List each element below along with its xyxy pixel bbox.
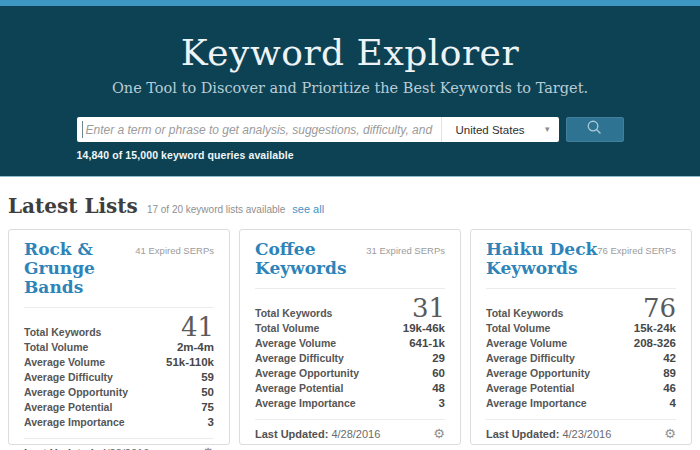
expired-serps-badge: 76 Expired SERPs [597, 245, 676, 278]
stat-label: Average Opportunity [255, 368, 359, 379]
stat-label: Average Volume [24, 357, 105, 368]
last-updated-label: Last Updated: [24, 447, 97, 450]
see-all-link[interactable]: see all [292, 203, 324, 215]
last-updated-text: Last Updated: 4/23/2016 [486, 428, 611, 440]
stat-label: Average Opportunity [24, 387, 128, 398]
total-keywords-value: 41 [181, 317, 214, 338]
stat-row-total-volume: Total Volume 2m-4m [24, 342, 214, 353]
stat-label: Average Importance [255, 398, 356, 409]
stat-value: 75 [201, 402, 214, 413]
stat-value: 2m-4m [177, 342, 214, 353]
stat-label: Average Volume [486, 338, 567, 349]
last-updated-date: 4/28/2016 [331, 428, 380, 440]
search-input[interactable] [77, 117, 441, 142]
total-keywords-value: 76 [643, 298, 676, 319]
stat-label: Average Volume [255, 338, 336, 349]
stat-value: 4 [670, 398, 676, 409]
stat-label: Average Potential [24, 402, 112, 413]
last-updated-text: Last Updated: 4/28/2016 [24, 447, 149, 450]
page-subtitle: One Tool to Discover and Prioritize the … [0, 80, 700, 96]
lists-availability-text: 17 of 20 keyword lists available [147, 204, 285, 215]
card-header: Haiku Deck Keywords 76 Expired SERPs [486, 240, 676, 278]
page-title: Keyword Explorer [0, 6, 700, 73]
stat-value: 3 [439, 398, 445, 409]
stat-row-total-keywords: Total Keywords 31 [255, 298, 445, 319]
card-footer: Last Updated: 4/28/2016 ⚙ [24, 428, 214, 450]
keyword-list-card[interactable]: Coffee Keywords 31 Expired SERPs Total K… [239, 229, 461, 445]
stat-row-average-potential: Average Potential 46 [486, 383, 676, 394]
card-footer: Last Updated: 4/28/2016 ⚙ [255, 409, 445, 440]
stat-value: 89 [663, 368, 676, 379]
divider [486, 288, 676, 289]
stat-value: 51k-110k [166, 357, 214, 368]
stat-row-average-difficulty: Average Difficulty 42 [486, 353, 676, 364]
last-updated-label: Last Updated: [255, 428, 328, 440]
section-header: Latest Lists 17 of 20 keyword lists avai… [8, 194, 692, 218]
stat-label: Average Difficulty [24, 372, 113, 383]
stat-row-average-importance: Average Importance 3 [24, 417, 214, 428]
keyword-list-card[interactable]: Rock & Grunge Bands 41 Expired SERPs Tot… [8, 229, 230, 445]
stat-value: 641-1k [409, 338, 445, 349]
stat-value: 50 [201, 387, 214, 398]
stat-label: Average Potential [486, 383, 574, 394]
stat-label: Average Difficulty [486, 353, 575, 364]
search-input-box [77, 117, 441, 142]
last-updated-date: 4/28/2016 [100, 447, 149, 450]
stat-row-total-volume: Total Volume 15k-24k [486, 323, 676, 334]
stat-value: 48 [432, 383, 445, 394]
card-title-link[interactable]: Coffee Keywords [255, 240, 366, 278]
stat-value: 208-326 [634, 338, 676, 349]
stat-value: 60 [432, 368, 445, 379]
stat-row-average-difficulty: Average Difficulty 59 [24, 372, 214, 383]
stat-value: 46 [663, 383, 676, 394]
stat-label: Total Volume [255, 323, 319, 334]
stat-value: 15k-24k [634, 323, 676, 334]
search-icon [586, 119, 603, 140]
divider [24, 307, 214, 308]
hero-header: Keyword Explorer One Tool to Discover an… [0, 6, 700, 177]
expired-serps-badge: 41 Expired SERPs [135, 245, 214, 297]
stat-row-average-volume: Average Volume 208-326 [486, 338, 676, 349]
card-footer: Last Updated: 4/23/2016 ⚙ [486, 409, 676, 440]
stat-label: Total Keywords [255, 307, 332, 319]
gear-icon[interactable]: ⚙ [664, 427, 676, 440]
stat-label: Total Volume [486, 323, 550, 334]
keyword-list-cards: Rock & Grunge Bands 41 Expired SERPs Tot… [8, 229, 692, 445]
total-keywords-value: 31 [412, 298, 445, 319]
search-button[interactable] [566, 117, 624, 142]
chevron-down-icon: ▾ [545, 125, 550, 134]
last-updated-label: Last Updated: [486, 428, 559, 440]
stat-row-average-volume: Average Volume 641-1k [255, 338, 445, 349]
stat-value: 19k-46k [403, 323, 445, 334]
gear-icon[interactable]: ⚙ [433, 427, 445, 440]
stat-row-average-importance: Average Importance 4 [486, 398, 676, 409]
stat-value: 59 [201, 372, 214, 383]
stat-label: Average Difficulty [255, 353, 344, 364]
stat-label: Average Importance [24, 417, 125, 428]
card-header: Coffee Keywords 31 Expired SERPs [255, 240, 445, 278]
search-area: United States ▾ 14,840 of 15,000 keyword… [77, 117, 624, 161]
stat-row-average-potential: Average Potential 48 [255, 383, 445, 394]
latest-lists-section: Latest Lists 17 of 20 keyword lists avai… [0, 177, 700, 445]
stat-value: 42 [663, 353, 676, 364]
stat-label: Average Potential [255, 383, 343, 394]
last-updated-date: 4/23/2016 [562, 428, 611, 440]
queries-available-text: 14,840 of 15,000 keyword queries availab… [77, 149, 624, 161]
stat-row-average-difficulty: Average Difficulty 29 [255, 353, 445, 364]
stat-value: 29 [432, 353, 445, 364]
search-bar: United States ▾ [77, 117, 559, 142]
stat-label: Total Keywords [24, 326, 101, 338]
country-select[interactable]: United States ▾ [441, 117, 559, 142]
stat-row-average-potential: Average Potential 75 [24, 402, 214, 413]
stat-row-total-keywords: Total Keywords 76 [486, 298, 676, 319]
stat-row-average-opportunity: Average Opportunity 89 [486, 368, 676, 379]
gear-icon[interactable]: ⚙ [202, 446, 214, 450]
keyword-list-card[interactable]: Haiku Deck Keywords 76 Expired SERPs Tot… [470, 229, 692, 445]
stat-row-average-opportunity: Average Opportunity 50 [24, 387, 214, 398]
card-title-link[interactable]: Haiku Deck Keywords [486, 240, 597, 278]
stat-label: Total Volume [24, 342, 88, 353]
stat-label: Total Keywords [486, 307, 563, 319]
stat-row-total-volume: Total Volume 19k-46k [255, 323, 445, 334]
card-title-link[interactable]: Rock & Grunge Bands [24, 240, 135, 297]
text-caret [82, 121, 83, 138]
